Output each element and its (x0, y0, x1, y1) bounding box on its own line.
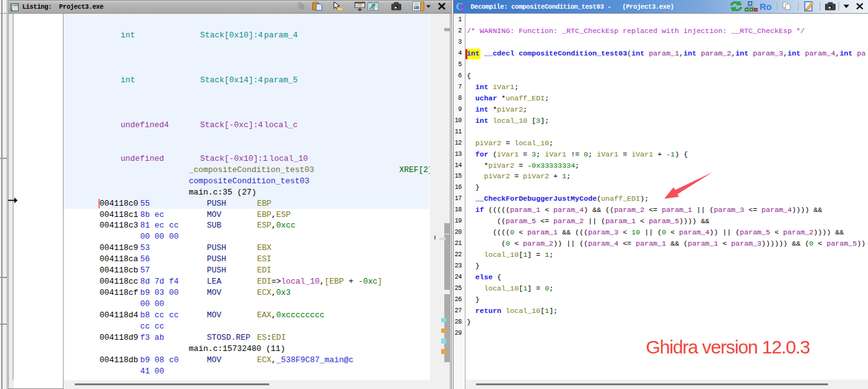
svg-text:Ro: Ro (760, 2, 771, 12)
